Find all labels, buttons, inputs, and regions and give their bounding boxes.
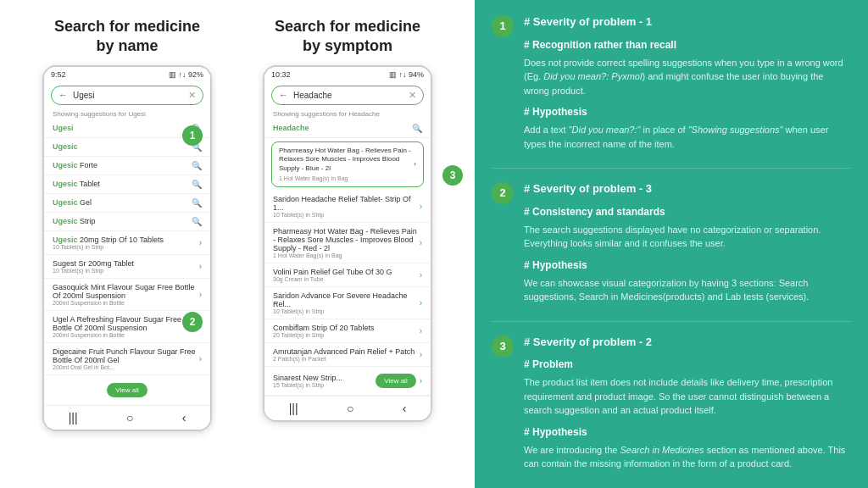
search-icon: 🔍 <box>192 180 202 189</box>
view-all-container: View all <box>44 375 210 405</box>
search-icon: 🔍 <box>192 161 202 170</box>
list-item[interactable]: Sugest Sr 200mg Tablet 10 Tablet(s) in S… <box>44 255 210 279</box>
phone1-search-bar[interactable]: ← Ugesi ✕ <box>51 86 203 105</box>
nav-menu-icon[interactable]: ||| <box>69 411 78 424</box>
severity-3-section-2-body: We are introducing the Search in Medicin… <box>524 443 851 471</box>
severity-content-3: # Severity of problem - 2 # Problem The … <box>524 334 851 471</box>
item-sub: 200ml Suspension in Bottle <box>53 332 199 338</box>
phone1-time: 9:52 <box>51 70 66 79</box>
item-name: Ugesic <box>53 142 78 151</box>
search-icon: 🔍 <box>412 124 422 133</box>
item-sub: 10 Tablet(s) in Strip <box>273 308 420 314</box>
phone2-back-arrow[interactable]: ← <box>279 90 288 100</box>
nav-home-icon[interactable]: ○ <box>126 411 133 424</box>
nav-back-icon[interactable]: ‹ <box>403 402 407 415</box>
item-name: Combiflam Strip Of 20 Tablets <box>273 324 374 332</box>
nav-home-icon[interactable]: ○ <box>347 402 353 415</box>
severity-number-1: 1 <box>492 15 514 37</box>
severity-2-section-2-heading: # Hypothesis <box>524 258 851 273</box>
list-item[interactable]: Saridon Advance For Severe Headache Rel.… <box>264 287 431 319</box>
severity-title-1: # Severity of problem - 1 <box>524 14 851 30</box>
item-name: Gasoquick Mint Flavour Sugar Free Bottle… <box>53 283 199 300</box>
view-all-button[interactable]: View all <box>107 383 147 397</box>
nav-back-icon[interactable]: ‹ <box>182 411 186 424</box>
left-panel: Search for medicineby name 9:52 ▥ ↑↓ 92%… <box>0 0 475 488</box>
item-name: Volini Pain Relief Gel Tube Of 30 G <box>273 268 392 276</box>
card-item-name: Pharmeasy Hot Water Bag - Relieves Pain … <box>279 147 414 173</box>
list-item[interactable]: Saridon Headache Relief Tablet- Strip Of… <box>264 191 431 223</box>
item-name: Pharmeasy Hot Water Bag - Relieves Pain … <box>273 227 420 252</box>
phone2-search-bar[interactable]: ← Headache ✕ <box>271 86 424 105</box>
list-item[interactable]: Combiflam Strip Of 20 Tablets 20 Tablet(… <box>264 319 431 343</box>
arrow-icon: › <box>420 350 422 359</box>
item-actions: View all › <box>376 371 422 391</box>
severity-2-section-2-body: We can showcase visual categorization by… <box>524 276 851 304</box>
list-item[interactable]: Amrutanjan Advanced Pain Relief + Patch … <box>264 343 431 367</box>
card-item-sub: 1 Hot Water Bag(s) in Bag <box>279 175 414 182</box>
item-name: Ugesic Gel <box>53 198 92 207</box>
arrow-icon: › <box>199 290 202 299</box>
list-item[interactable]: Ugesic Tablet 🔍 <box>44 175 210 194</box>
severity-1-section-1-body: Does not provide correct spelling sugges… <box>524 56 851 98</box>
list-item[interactable]: Ugesic Gel 🔍 <box>44 194 210 213</box>
divider-1 <box>492 168 851 169</box>
severity-content-1: # Severity of problem - 1 # Recognition … <box>524 14 851 151</box>
item-name: Ugesic 20mg Strip Of 10 Tablets <box>53 236 164 244</box>
list-item[interactable]: Sinarest New Strip... 15 Tablet(s) in St… <box>264 367 431 396</box>
item-name: Sugest Sr 200mg Tablet <box>53 259 134 268</box>
item-name: Ugesic Forte <box>53 161 97 169</box>
phone1-suggestion-label: Showing suggestions for Ugesi <box>44 108 210 119</box>
severity-block-3: 3 # Severity of problem - 2 # Problem Th… <box>492 334 851 471</box>
phone-section-symptom: Search for medicineby symptom 10:32 ▥ ↑↓… <box>246 17 449 422</box>
arrow-icon: › <box>420 326 422 336</box>
arrow-icon: › <box>199 238 202 247</box>
symptom-card-item[interactable]: Pharmeasy Hot Water Bag - Relieves Pain … <box>271 141 424 187</box>
badge-2: 2 <box>182 312 203 332</box>
item-name: Ugesi <box>53 124 74 132</box>
arrow-icon: › <box>199 262 202 271</box>
list-item[interactable]: Digecaine Fruit Punch Flavour Sugar Free… <box>44 343 210 375</box>
badge-1: 1 <box>182 125 203 146</box>
severity-title-2: # Severity of problem - 3 <box>524 180 851 197</box>
item-name: Saridon Advance For Severe Headache Rel.… <box>273 291 420 308</box>
phone2-bottom-bar: ||| ○ ‹ <box>264 396 431 420</box>
phone1-icons: ▥ ↑↓ 92% <box>169 70 203 79</box>
list-item[interactable]: Ugesic Strip 🔍 <box>44 213 210 231</box>
item-sub: 30g Cream in Tube <box>273 276 392 282</box>
phone-section-name: Search for medicineby name 9:52 ▥ ↑↓ 92%… <box>25 17 229 431</box>
list-item[interactable]: Headache 🔍 <box>264 119 431 138</box>
arrow-icon: › <box>414 160 416 168</box>
severity-content-2: # Severity of problem - 3 # Consistency … <box>524 180 851 304</box>
item-sub: 15 Tablet(s) in Strip <box>273 382 342 388</box>
nav-menu-icon[interactable]: ||| <box>289 402 298 415</box>
phone1-status-bar: 9:52 ▥ ↑↓ 92% <box>44 67 210 82</box>
phone1-clear-icon[interactable]: ✕ <box>188 90 196 101</box>
card-item-text: Pharmeasy Hot Water Bag - Relieves Pain … <box>279 147 414 182</box>
arrow-icon: › <box>420 202 422 211</box>
list-item[interactable]: Volini Pain Relief Gel Tube Of 30 G 30g … <box>264 263 431 287</box>
list-item[interactable]: Ugesic 20mg Strip Of 10 Tablets 10 Table… <box>44 231 210 255</box>
item-name: Headache <box>273 124 309 132</box>
phone2-clear-icon[interactable]: ✕ <box>409 90 416 101</box>
arrow-icon: › <box>420 298 422 308</box>
phone2-time: 10:32 <box>271 70 291 79</box>
view-all-button-2[interactable]: View all <box>376 374 415 388</box>
list-item[interactable]: Ugesic Forte 🔍 <box>44 157 210 175</box>
item-sub: 2 Patch(s) in Packet <box>273 356 415 362</box>
severity-1-section-2-heading: # Hypothesis <box>524 104 851 119</box>
item-name: Digecaine Fruit Punch Flavour Sugar Free… <box>53 347 199 364</box>
phones-row: Search for medicineby name 9:52 ▥ ↑↓ 92%… <box>0 17 475 431</box>
phone1-bottom-bar: ||| ○ ‹ <box>44 405 210 430</box>
arrow-icon: › <box>420 238 422 247</box>
list-item[interactable]: Pharmeasy Hot Water Bag - Relieves Pain … <box>264 223 431 263</box>
item-sub: 10 Tablet(s) in Strip <box>53 244 164 250</box>
phone1-back-arrow[interactable]: ← <box>58 90 68 100</box>
severity-1-section-2-body: Add a text "Did you mean?:" in place of … <box>524 123 851 151</box>
arrow-icon: › <box>420 270 422 280</box>
severity-number-2: 2 <box>492 182 514 204</box>
phone1-search-text: Ugesi <box>73 91 188 100</box>
severity-number-3: 3 <box>492 336 514 358</box>
list-item[interactable]: Gasoquick Mint Flavour Sugar Free Bottle… <box>44 279 210 311</box>
phone2-search-text: Headache <box>293 91 409 100</box>
item-sub: 10 Tablet(s) in Strip <box>273 212 420 218</box>
